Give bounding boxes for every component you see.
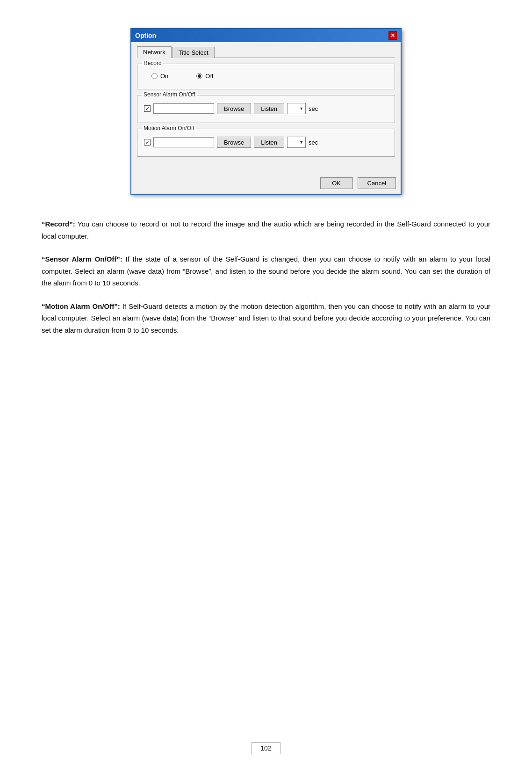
motion-alarm-label: Motion Alarm On/Off [142, 125, 196, 131]
page-number-container: 102 [252, 714, 280, 754]
sensor-browse-button[interactable]: Browse [217, 103, 251, 114]
radio-off-option[interactable]: Off [196, 73, 213, 80]
sensor-checkbox[interactable]: ✓ [144, 105, 151, 112]
radio-off-label: Off [205, 73, 213, 80]
radio-on-label: On [160, 73, 168, 80]
tab-network-label: Network [143, 49, 165, 56]
motion-browse-button[interactable]: Browse [217, 137, 251, 148]
radio-on-option[interactable]: On [151, 73, 168, 80]
dialog-footer: OK Cancel [131, 172, 401, 194]
sensor-heading: “Sensor Alarm On/Off”: [42, 255, 122, 263]
motion-sec-label: sec [309, 139, 318, 146]
record-paragraph: “Record”: You can choose to record or no… [42, 218, 490, 242]
cancel-button[interactable]: Cancel [358, 177, 396, 189]
record-row: On Off [142, 68, 390, 84]
record-group: Record On Off [137, 64, 395, 89]
motion-file-input[interactable] [153, 137, 214, 147]
sensor-dropdown-arrow: ▼ [299, 106, 303, 111]
tab-network[interactable]: Network [137, 46, 172, 58]
tabs-row: Network Title Select [137, 46, 395, 58]
motion-checkbox[interactable]: ✓ [144, 139, 151, 146]
record-group-label: Record [142, 60, 163, 66]
motion-listen-button[interactable]: Listen [254, 137, 284, 148]
dialog-body: Network Title Select Record On Off [131, 42, 401, 172]
sensor-sec-label: sec [309, 105, 318, 112]
motion-alarm-row: ✓ Browse Listen ▼ sec [142, 133, 390, 152]
sensor-duration-dropdown[interactable]: ▼ [287, 103, 306, 114]
dialog-titlebar: Option ✕ [131, 29, 401, 42]
motion-alarm-group: Motion Alarm On/Off ✓ Browse Listen ▼ se… [137, 129, 395, 157]
motion-dropdown-arrow: ▼ [299, 140, 303, 145]
close-button[interactable]: ✕ [388, 31, 397, 40]
radio-off-circle[interactable] [196, 73, 202, 79]
sensor-alarm-row: ✓ Browse Listen ▼ sec [142, 99, 390, 118]
motion-duration-dropdown[interactable]: ▼ [287, 137, 306, 148]
radio-on-circle[interactable] [151, 73, 158, 79]
record-body: You can choose to record or not to recor… [42, 220, 490, 240]
motion-heading: “Motion Alarm On/Off”: [42, 302, 120, 310]
close-icon: ✕ [390, 32, 395, 39]
motion-paragraph: “Motion Alarm On/Off”: If Self-Guard det… [42, 300, 490, 336]
dialog-title: Option [135, 32, 156, 39]
sensor-listen-button[interactable]: Listen [254, 103, 284, 114]
sensor-alarm-label: Sensor Alarm On/Off [142, 91, 197, 98]
sensor-file-input[interactable] [153, 103, 214, 114]
sensor-paragraph: “Sensor Alarm On/Off”: If the state of a… [42, 253, 490, 289]
option-dialog: Option ✕ Network Title Select Record On [130, 28, 402, 195]
ok-button[interactable]: OK [320, 177, 353, 189]
page-number: 102 [252, 742, 280, 754]
tab-title-select[interactable]: Title Select [173, 47, 215, 58]
tab-title-select-label: Title Select [179, 49, 208, 56]
sensor-alarm-group: Sensor Alarm On/Off ✓ Browse Listen ▼ se… [137, 95, 395, 123]
record-heading: “Record”: [42, 220, 75, 228]
